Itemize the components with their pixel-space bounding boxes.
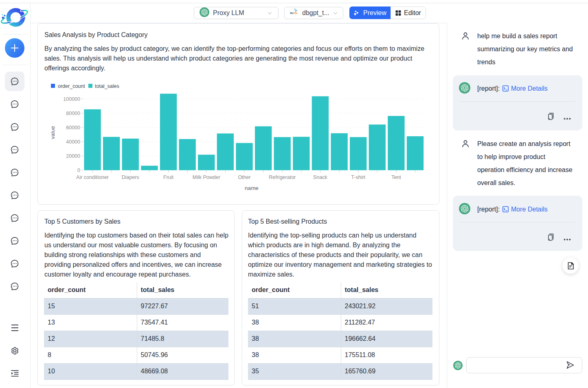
svg-text:Diapers: Diapers <box>122 174 139 180</box>
svg-text:20000: 20000 <box>66 153 80 159</box>
svg-text:value: value <box>50 126 56 139</box>
svg-text:name: name <box>245 185 259 191</box>
svg-text:80000: 80000 <box>66 111 80 116</box>
svg-text:order_count: order_count <box>58 83 85 89</box>
svg-text:100000: 100000 <box>63 96 80 102</box>
svg-text:60000: 60000 <box>66 125 80 131</box>
svg-text:Milk Powder: Milk Powder <box>193 174 220 180</box>
svg-text:Other: Other <box>238 174 250 180</box>
svg-text:Tent: Tent <box>391 174 401 180</box>
svg-text:SQL: SQL <box>293 12 298 14</box>
svg-text:total_sales: total_sales <box>95 83 119 89</box>
svg-text:0: 0 <box>77 168 80 173</box>
svg-text:Air conditioner: Air conditioner <box>76 174 109 180</box>
svg-text:T-shirt: T-shirt <box>351 174 365 180</box>
svg-text:40000: 40000 <box>66 139 80 145</box>
svg-text:Refrigerator: Refrigerator <box>269 174 296 180</box>
svg-text:Fruit: Fruit <box>163 174 174 180</box>
svg-text:Snack: Snack <box>313 174 327 180</box>
